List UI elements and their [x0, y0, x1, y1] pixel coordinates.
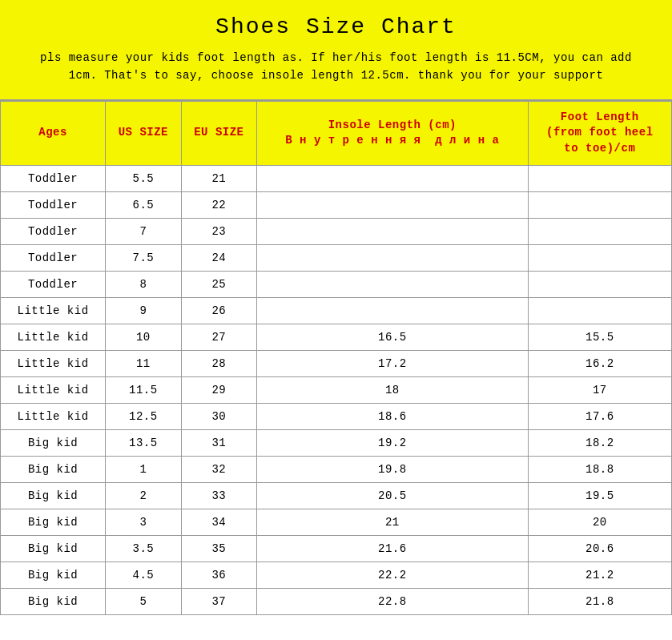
table-row: Toddler5.521 [1, 165, 672, 191]
size-chart-table: Ages US SIZE EU SIZE Insole Length (cm)В… [0, 101, 672, 615]
cell-ages: Little kid [1, 403, 106, 429]
cell-foot: 21.8 [528, 588, 671, 614]
cell-eu: 37 [181, 588, 257, 614]
page-wrapper: Shoes Size Chart pls measure your kids f… [0, 0, 672, 640]
cell-us: 7 [106, 218, 182, 244]
cell-eu: 28 [181, 350, 257, 376]
table-row: Big kid3342120 [1, 509, 672, 535]
cell-us: 5 [106, 588, 182, 614]
cell-eu: 36 [181, 562, 257, 588]
table-row: Toddler825 [1, 271, 672, 297]
table-row: Big kid13.53119.218.2 [1, 429, 672, 456]
cell-ages: Big kid [1, 429, 106, 456]
cell-eu: 21 [181, 165, 257, 191]
cell-us: 3 [106, 509, 182, 535]
cell-us: 6.5 [106, 191, 182, 218]
cell-foot: 18.2 [528, 429, 671, 456]
cell-insole: 19.8 [257, 456, 528, 482]
table-row: Toddler7.524 [1, 244, 672, 271]
cell-eu: 35 [181, 535, 257, 562]
cell-eu: 25 [181, 271, 257, 297]
cell-insole: 21 [257, 509, 528, 535]
table-header-row: Ages US SIZE EU SIZE Insole Length (cm)В… [1, 101, 672, 165]
cell-foot: 18.8 [528, 456, 671, 482]
cell-us: 1 [106, 456, 182, 482]
cell-us: 11 [106, 350, 182, 376]
cell-ages: Little kid [1, 350, 106, 376]
cell-foot [528, 165, 671, 191]
cell-us: 3.5 [106, 535, 182, 562]
cell-us: 11.5 [106, 376, 182, 403]
cell-insole: 22.2 [257, 562, 528, 588]
cell-eu: 27 [181, 324, 257, 350]
cell-insole [257, 271, 528, 297]
cell-insole: 16.5 [257, 324, 528, 350]
cell-foot [528, 297, 671, 324]
cell-insole [257, 218, 528, 244]
cell-ages: Big kid [1, 509, 106, 535]
page-title: Shoes Size Chart [24, 14, 648, 39]
cell-foot: 16.2 [528, 350, 671, 376]
cell-insole [257, 191, 528, 218]
cell-us: 7.5 [106, 244, 182, 271]
cell-foot: 20 [528, 509, 671, 535]
col-header-insole-length: Insole Length (cm)В н у т р е н н я я д … [257, 101, 528, 165]
table-row: Little kid12.53018.617.6 [1, 403, 672, 429]
table-row: Toddler723 [1, 218, 672, 244]
cell-eu: 30 [181, 403, 257, 429]
cell-insole: 19.2 [257, 429, 528, 456]
cell-foot: 20.6 [528, 535, 671, 562]
cell-foot [528, 244, 671, 271]
cell-eu: 34 [181, 509, 257, 535]
table-wrapper: Ages US SIZE EU SIZE Insole Length (cm)В… [0, 99, 672, 615]
col-header-ages: Ages [1, 101, 106, 165]
cell-foot [528, 191, 671, 218]
cell-ages: Big kid [1, 456, 106, 482]
cell-ages: Little kid [1, 297, 106, 324]
cell-eu: 23 [181, 218, 257, 244]
cell-foot: 17 [528, 376, 671, 403]
cell-ages: Big kid [1, 535, 106, 562]
cell-ages: Toddler [1, 165, 106, 191]
table-row: Big kid23320.519.5 [1, 482, 672, 509]
col-header-foot-length: Foot Length(from foot heelto toe)/cm [528, 101, 671, 165]
cell-ages: Big kid [1, 562, 106, 588]
cell-insole [257, 165, 528, 191]
cell-us: 13.5 [106, 429, 182, 456]
table-row: Little kid102716.515.5 [1, 324, 672, 350]
cell-foot: 21.2 [528, 562, 671, 588]
cell-insole [257, 297, 528, 324]
cell-insole: 20.5 [257, 482, 528, 509]
cell-eu: 31 [181, 429, 257, 456]
table-row: Big kid13219.818.8 [1, 456, 672, 482]
cell-foot: 19.5 [528, 482, 671, 509]
table-row: Little kid112817.216.2 [1, 350, 672, 376]
cell-foot [528, 271, 671, 297]
table-body: Toddler5.521Toddler6.522Toddler723Toddle… [1, 165, 672, 614]
cell-foot [528, 218, 671, 244]
table-row: Little kid11.5291817 [1, 376, 672, 403]
cell-eu: 29 [181, 376, 257, 403]
cell-ages: Toddler [1, 218, 106, 244]
cell-us: 9 [106, 297, 182, 324]
table-row: Little kid926 [1, 297, 672, 324]
cell-insole: 21.6 [257, 535, 528, 562]
cell-eu: 33 [181, 482, 257, 509]
cell-us: 4.5 [106, 562, 182, 588]
cell-insole: 22.8 [257, 588, 528, 614]
cell-eu: 24 [181, 244, 257, 271]
cell-eu: 32 [181, 456, 257, 482]
cell-ages: Toddler [1, 244, 106, 271]
table-row: Toddler6.522 [1, 191, 672, 218]
cell-eu: 22 [181, 191, 257, 218]
cell-ages: Toddler [1, 191, 106, 218]
cell-insole: 18.6 [257, 403, 528, 429]
cell-eu: 26 [181, 297, 257, 324]
table-row: Big kid53722.821.8 [1, 588, 672, 614]
col-header-eu-size: EU SIZE [181, 101, 257, 165]
cell-us: 2 [106, 482, 182, 509]
table-row: Big kid4.53622.221.2 [1, 562, 672, 588]
cell-insole: 18 [257, 376, 528, 403]
header-section: Shoes Size Chart pls measure your kids f… [0, 0, 672, 99]
cell-us: 10 [106, 324, 182, 350]
